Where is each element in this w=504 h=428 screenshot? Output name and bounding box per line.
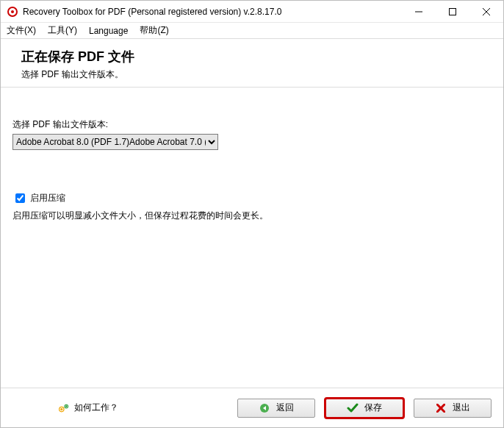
svg-point-9 bbox=[65, 405, 67, 407]
x-icon bbox=[435, 402, 447, 414]
menu-bar: 文件(X) 工具(Y) Language 帮助(Z) bbox=[1, 23, 503, 39]
back-button[interactable]: 返回 bbox=[237, 399, 315, 418]
svg-point-7 bbox=[61, 408, 62, 410]
compress-label: 启用压缩 bbox=[30, 192, 65, 204]
page-header: 正在保存 PDF 文件 选择 PDF 输出文件版本。 bbox=[1, 39, 503, 88]
arrow-left-icon bbox=[259, 402, 270, 414]
app-icon bbox=[7, 6, 18, 18]
exit-button[interactable]: 退出 bbox=[414, 399, 492, 418]
gears-icon bbox=[58, 402, 70, 414]
page-subtitle: 选择 PDF 输出文件版本。 bbox=[21, 68, 492, 81]
how-it-works-label: 如何工作？ bbox=[74, 402, 118, 414]
maximize-button[interactable] bbox=[436, 1, 469, 22]
back-label: 返回 bbox=[276, 402, 294, 414]
window-controls bbox=[402, 1, 503, 22]
how-it-works-link[interactable]: 如何工作？ bbox=[58, 402, 118, 414]
close-button[interactable] bbox=[469, 1, 503, 22]
save-button[interactable]: 保存 bbox=[325, 399, 403, 418]
minimize-button[interactable] bbox=[402, 1, 436, 22]
pdf-version-select[interactable]: Adobe Acrobat 8.0 (PDF 1.7)Adobe Acrobat… bbox=[12, 134, 218, 150]
compress-checkbox[interactable] bbox=[15, 193, 25, 203]
menu-help[interactable]: 帮助(Z) bbox=[140, 24, 168, 37]
menu-file[interactable]: 文件(X) bbox=[7, 24, 36, 37]
page-title: 正在保存 PDF 文件 bbox=[21, 48, 492, 65]
svg-point-1 bbox=[11, 10, 14, 13]
exit-label: 退出 bbox=[453, 402, 470, 414]
compress-hint: 启用压缩可以明显减小文件大小，但保存过程花费的时间会更长。 bbox=[12, 210, 492, 222]
svg-rect-3 bbox=[450, 8, 456, 15]
title-bar: Recovery Toolbox for PDF (Personal regis… bbox=[1, 1, 503, 23]
window-title: Recovery Toolbox for PDF (Personal regis… bbox=[23, 7, 402, 17]
save-label: 保存 bbox=[364, 402, 382, 414]
menu-tools[interactable]: 工具(Y) bbox=[48, 24, 77, 37]
check-icon bbox=[347, 402, 359, 414]
menu-language[interactable]: Language bbox=[89, 26, 128, 36]
footer-bar: 如何工作？ 返回 保存 退出 bbox=[1, 388, 503, 427]
content-area: 选择 PDF 输出文件版本: Adobe Acrobat 8.0 (PDF 1.… bbox=[1, 88, 503, 388]
version-label: 选择 PDF 输出文件版本: bbox=[12, 118, 492, 131]
